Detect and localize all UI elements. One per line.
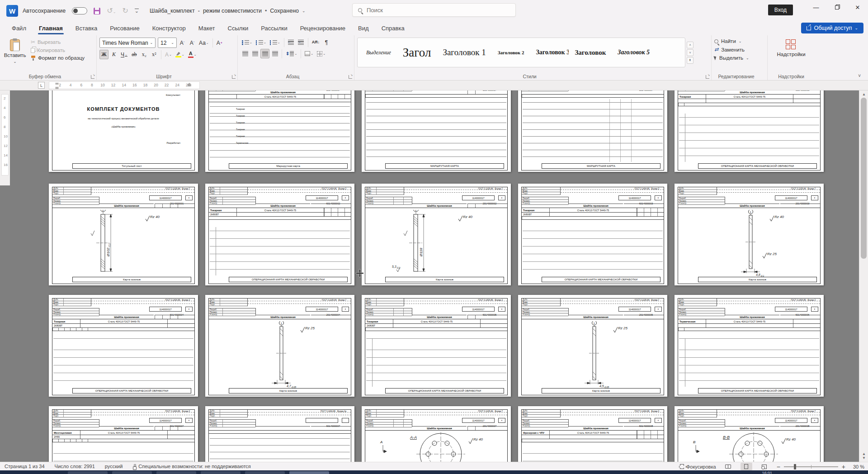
font-size-select[interactable]: 12⌄	[158, 38, 177, 48]
document-page[interactable]: ГОСТ 3.1404-86 Форма 3 Дубл.Взам.Подл. 1…	[518, 184, 667, 285]
select-button[interactable]: Выделить⌄	[714, 55, 764, 61]
zoom-out-button[interactable]: −	[777, 464, 780, 470]
clipboard-dialog-launcher[interactable]	[91, 75, 94, 79]
web-layout-button[interactable]	[759, 463, 770, 470]
save-icon[interactable]	[94, 8, 100, 14]
document-page[interactable]: ГОСТ 3.1105-84 Форма 7 Дубл.Взам.Подл. 1…	[362, 184, 511, 285]
taskbar-app-icon[interactable]	[112, 471, 152, 474]
style-Заголовок[interactable]: Заголовок	[569, 49, 612, 57]
page-number-status[interactable]: Страница 1 из 34	[5, 464, 45, 469]
vertical-ruler[interactable]: 246810121416	[0, 90, 10, 185]
cut-button[interactable]: ✂Вырезать	[31, 39, 85, 45]
tab-Макет[interactable]: Макет	[193, 23, 221, 34]
styles-more-button[interactable]: ⇟	[687, 57, 693, 64]
scrollbar-thumb[interactable]	[861, 98, 867, 259]
tab-Рисование[interactable]: Рисование	[104, 23, 145, 34]
language-status[interactable]: русский	[105, 464, 123, 469]
tab-Рецензирование[interactable]: Рецензирование	[295, 23, 351, 34]
minimize-button[interactable]: —	[806, 0, 826, 14]
tab-Рассылки[interactable]: Рассылки	[255, 23, 292, 34]
document-page[interactable]: ГОСТ 3.1105-84 Форма 7 Дубл.Взам.Подл. 1…	[675, 184, 824, 285]
document-page[interactable]: ГОСТ 3.1118-82 Форма 1б Дубл.Взам.Подл. …	[362, 90, 511, 172]
vertical-scrollbar[interactable]: ▲ ▲▼	[859, 90, 868, 462]
collapse-ribbon-icon[interactable]: ˅	[858, 73, 861, 78]
clear-formatting-button[interactable]: А✦	[215, 38, 224, 47]
document-page[interactable]: Шайба прижимная Консультант: КОМПЛЕКТ ДО…	[49, 90, 198, 172]
zoom-slider[interactable]	[784, 466, 838, 467]
taskbar-app-icon[interactable]	[156, 471, 196, 474]
font-family-select[interactable]: Times New Roman⌄	[99, 38, 156, 48]
taskbar-app-icon-active[interactable]	[289, 471, 329, 474]
tab-Файл[interactable]: Файл	[6, 23, 32, 34]
justify-button[interactable]	[270, 49, 279, 58]
taskbar-app-icon[interactable]	[68, 471, 108, 474]
page-browse-buttons[interactable]: ▲▼	[862, 452, 866, 460]
tab-Вставка[interactable]: Вставка	[70, 23, 103, 34]
bold-button[interactable]: Ж	[99, 50, 108, 59]
style-Заголовок 1[interactable]: Заголовок 1	[437, 47, 491, 57]
shading-button[interactable]: ⌄	[303, 49, 315, 58]
document-title[interactable]: Шайба_комплект - режим совместимости • С…	[150, 8, 306, 14]
focus-mode-button[interactable]: Фокусировка	[680, 464, 716, 469]
grow-font-button[interactable]: Аˆ	[178, 38, 187, 47]
taskbar-app-icon[interactable]	[245, 471, 285, 474]
document-page[interactable]: ГОСТ 3.1404-86 Форма 3 Дубл.Взам.Подл. 1…	[518, 406, 667, 462]
italic-button[interactable]: К	[109, 50, 118, 59]
autosave-toggle[interactable]	[72, 7, 87, 14]
text-effects-button[interactable]: А⌄	[164, 50, 173, 59]
tab-selector[interactable]: L	[38, 82, 45, 89]
document-page[interactable]: ГОСТ 3.1404-86 Форма 3 Дубл.Взам.Подл. 1…	[205, 184, 354, 285]
document-page[interactable]: ГОСТ 3.1404-86 Форма 3 Дубл.Взам.Подл. 1…	[675, 295, 824, 397]
font-color-button[interactable]: А⌄	[187, 50, 198, 59]
numbering-button[interactable]: ⌄	[255, 38, 268, 47]
horizontal-ruler[interactable]: 2468101214161820222426	[49, 81, 200, 89]
style-Загол[interactable]: Загол	[397, 46, 437, 60]
document-page[interactable]: ГОСТ 3.1404-86 Форма 3 Дубл.Взам.Подл. 1…	[362, 295, 511, 397]
subscript-button[interactable]: x₂	[140, 50, 149, 59]
zoom-in-button[interactable]: +	[842, 464, 845, 470]
document-page[interactable]: ГОСТ 3.1118-82 Форма 1б Дубл.Взам.Подл. …	[518, 90, 667, 172]
document-page[interactable]: ГОСТ 3.1118-82 Форма 1 Дубл.Взам.Подл. Р…	[205, 90, 354, 172]
copy-button[interactable]: Копировать	[31, 47, 85, 53]
paste-button[interactable]: Вставить ⌄	[3, 38, 27, 64]
underline-button[interactable]: Ч⌄	[119, 50, 129, 59]
multilevel-list-button[interactable]: ⌄	[269, 38, 282, 47]
tab-Главная[interactable]: Главная	[33, 23, 68, 34]
document-page[interactable]: ГОСТ 3.1105-84 Форма 7 Дубл.Взам.Подл. 1…	[205, 295, 354, 397]
document-canvas[interactable]: Шайба прижимная Консультант: КОМПЛЕКТ ДО…	[10, 90, 859, 462]
search-input[interactable]: Поиск	[352, 3, 516, 17]
word-logo-icon[interactable]: W	[6, 5, 18, 17]
document-page[interactable]: ГОСТ 3.1105-84 Форма 7 Дубл.Взам.Подл. 1…	[675, 406, 824, 462]
customize-qat-icon[interactable]: ⌄	[135, 9, 139, 13]
zoom-level-label[interactable]: 30 %	[849, 464, 864, 469]
styles-scroll-up-button[interactable]: ˄	[687, 42, 693, 48]
shrink-font-button[interactable]: Аˇ	[188, 38, 197, 47]
word-count-status[interactable]: Число слов: 2991	[55, 464, 95, 469]
decrease-indent-button[interactable]	[287, 38, 296, 47]
undo-icon[interactable]: ↺⌄	[107, 7, 116, 14]
font-dialog-launcher[interactable]	[232, 75, 236, 79]
accessibility-status[interactable]: Специальные возможности: не поддерживают…	[132, 464, 250, 469]
document-page[interactable]: ГОСТ 3.1404-86 Форма 3 Дубл.Взам.Подл. 1…	[675, 90, 824, 172]
tab-Ссылки[interactable]: Ссылки	[222, 23, 254, 34]
paragraph-dialog-launcher[interactable]	[349, 75, 352, 79]
document-page[interactable]: ГОСТ 3.1404-86 Форма 3 Дубл.Взам.Подл. 1…	[49, 406, 198, 462]
tab-Вид[interactable]: Вид	[353, 23, 374, 34]
style-Заголовок 3[interactable]: Заголовок 3	[530, 49, 569, 56]
change-case-button[interactable]: Аа⌄	[198, 38, 210, 47]
style-Выделение[interactable]: Выделение	[360, 49, 397, 56]
highlight-button[interactable]: ⌄	[174, 50, 186, 59]
find-button[interactable]: Найти⌄	[714, 38, 764, 44]
sort-button[interactable]: АЯ↓	[311, 38, 321, 47]
bullets-button[interactable]: ⌄	[241, 38, 254, 47]
read-mode-button[interactable]	[722, 463, 734, 470]
redo-icon[interactable]: ↻	[122, 7, 128, 14]
document-page[interactable]: ГОСТ 3.1105-84 Форма 7 Дубл.Взам.Подл. 1…	[518, 295, 667, 397]
show-marks-button[interactable]: ¶	[322, 38, 331, 47]
taskbar-app-icon[interactable]	[201, 471, 241, 474]
tab-Справка[interactable]: Справка	[376, 23, 410, 34]
line-spacing-button[interactable]: ⇕⌄	[284, 49, 298, 58]
format-painter-button[interactable]: Формат по образцу	[31, 55, 85, 61]
align-center-button[interactable]	[250, 49, 259, 58]
superscript-button[interactable]: x²	[150, 50, 159, 59]
